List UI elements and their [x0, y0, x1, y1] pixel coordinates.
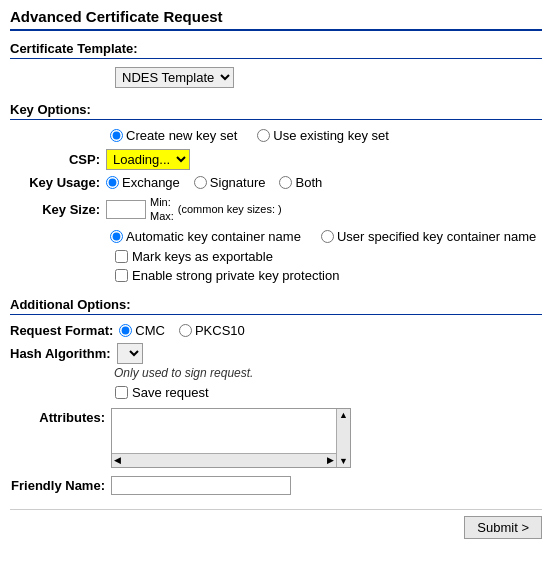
key-usage-both-radio[interactable] — [279, 176, 292, 189]
attributes-container: ▲ ▼ ◀ ▶ — [111, 408, 351, 468]
key-usage-signature-radio[interactable] — [194, 176, 207, 189]
common-sizes-label: (common key sizes: ) — [178, 203, 282, 215]
additional-options-section: Additional Options: Request Format: CMC … — [10, 297, 542, 495]
auto-key-container-label: Automatic key container name — [126, 229, 301, 244]
request-format-pkcs10-radio[interactable] — [179, 324, 192, 337]
key-options-title: Key Options: — [10, 102, 542, 120]
key-options-section: Key Options: Create new key set Use exis… — [10, 102, 542, 283]
attributes-textarea[interactable] — [112, 409, 336, 453]
use-existing-key-radio[interactable] — [257, 129, 270, 142]
scroll-down-arrow[interactable]: ▼ — [337, 455, 350, 467]
min-max-info: Min: Max: — [150, 195, 174, 224]
hash-algorithm-label: Hash Algorithm: — [10, 346, 111, 361]
key-usage-both-label: Both — [295, 175, 322, 190]
mark-exportable-checkbox[interactable] — [115, 250, 128, 263]
auto-key-container-radio[interactable] — [110, 230, 123, 243]
certificate-template-select[interactable]: NDES Template — [115, 67, 234, 88]
request-format-label: Request Format: — [10, 323, 113, 338]
key-usage-exchange-label: Exchange — [122, 175, 180, 190]
key-size-input[interactable]: 0 — [106, 200, 146, 219]
save-request-label: Save request — [132, 385, 209, 400]
attributes-vscrollbar[interactable]: ▲ ▼ — [336, 409, 350, 467]
strong-protection-label: Enable strong private key protection — [132, 268, 339, 283]
attributes-label: Attributes: — [39, 410, 105, 425]
scroll-up-arrow[interactable]: ▲ — [337, 409, 350, 421]
submit-button[interactable]: Submit > — [464, 516, 542, 539]
hash-algorithm-hint: Only used to sign request. — [114, 366, 253, 380]
create-new-key-label: Create new key set — [126, 128, 237, 143]
scroll-right-arrow[interactable]: ▶ — [325, 454, 336, 466]
page-title: Advanced Certificate Request — [10, 8, 542, 31]
csp-label: CSP: — [69, 152, 100, 167]
create-new-key-radio[interactable] — [110, 129, 123, 142]
certificate-template-label: Certificate Template: — [10, 41, 542, 59]
key-size-label: Key Size: — [42, 202, 100, 217]
key-usage-exchange-radio[interactable] — [106, 176, 119, 189]
additional-options-title: Additional Options: — [10, 297, 542, 315]
hash-algorithm-select[interactable] — [117, 343, 143, 364]
mark-exportable-label: Mark keys as exportable — [132, 249, 273, 264]
friendly-name-label: Friendly Name: — [11, 478, 105, 493]
csp-select[interactable]: Loading... — [106, 149, 190, 170]
request-format-cmc-label: CMC — [135, 323, 165, 338]
certificate-template-section: Certificate Template: NDES Template — [10, 41, 542, 88]
key-usage-signature-label: Signature — [210, 175, 266, 190]
scroll-left-arrow[interactable]: ◀ — [112, 454, 123, 466]
request-format-cmc-radio[interactable] — [119, 324, 132, 337]
user-key-container-radio[interactable] — [321, 230, 334, 243]
strong-protection-checkbox[interactable] — [115, 269, 128, 282]
save-request-checkbox[interactable] — [115, 386, 128, 399]
friendly-name-input[interactable] — [111, 476, 291, 495]
submit-row: Submit > — [10, 509, 542, 539]
attributes-hscrollbar[interactable]: ◀ ▶ — [112, 453, 336, 467]
request-format-pkcs10-label: PKCS10 — [195, 323, 245, 338]
use-existing-key-label: Use existing key set — [273, 128, 389, 143]
user-key-container-label: User specified key container name — [337, 229, 536, 244]
key-usage-label: Key Usage: — [29, 175, 100, 190]
